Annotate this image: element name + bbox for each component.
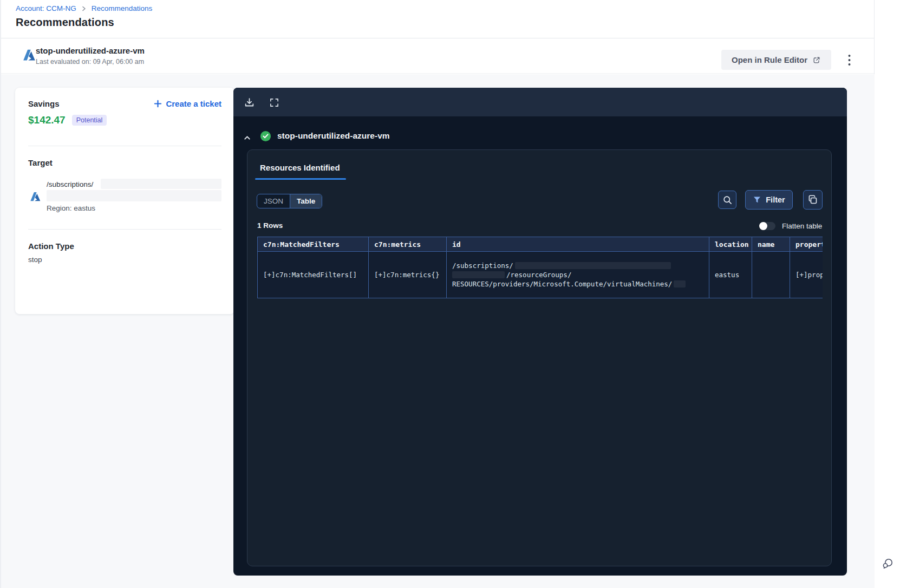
- flatten-table-label: Flatten table: [782, 222, 822, 230]
- potential-badge: Potential: [72, 115, 107, 126]
- target-path: /subscriptions/: [47, 180, 96, 188]
- success-check-icon: [260, 130, 271, 144]
- page-title: Recommendations: [16, 16, 114, 29]
- chat-bubbles-icon[interactable]: [880, 557, 895, 572]
- filter-button[interactable]: Filter: [745, 190, 793, 210]
- create-ticket-label: Create a ticket: [166, 99, 221, 108]
- search-icon[interactable]: [718, 191, 736, 209]
- open-in-rule-editor-label: Open in Rule Editor: [732, 55, 807, 64]
- rule-result-title: stop-underutilized-azure-vm: [277, 131, 390, 141]
- download-icon[interactable]: [243, 96, 256, 109]
- action-type-label: Action Type: [15, 230, 234, 251]
- id-line-3: RESOURCES/providers/Microsoft.Compute/vi…: [452, 279, 672, 289]
- col-header-name: name: [752, 237, 790, 252]
- chevron-up-icon[interactable]: [241, 132, 253, 143]
- active-tab-underline: [255, 178, 346, 180]
- plus-icon: [154, 100, 162, 108]
- rule-last-evaluated: Last evaluated on: 09 Apr, 06:00 am: [36, 58, 144, 66]
- col-header-location: location: [709, 237, 752, 252]
- panel-toolbar: [233, 88, 847, 116]
- toggle-knob: [759, 222, 767, 230]
- col-header-id: id: [447, 237, 709, 252]
- view-json-segment[interactable]: JSON: [257, 194, 290, 208]
- redacted-text: [452, 271, 505, 278]
- target-block: /subscriptions/ Region: eastus: [28, 179, 221, 213]
- target-region: Region: eastus: [47, 204, 95, 212]
- table-row: [+]c7n:MatchedFilters[] [+]c7n:metrics{}…: [258, 252, 823, 298]
- savings-amount: $142.47: [28, 114, 66, 126]
- rule-header-bar: stop-underutilized-azure-vm Last evaluat…: [1, 38, 874, 74]
- col-header-metrics: c7n:metrics: [369, 237, 447, 252]
- breadcrumb-account-link[interactable]: Account: CCM-NG: [16, 4, 76, 12]
- content-area: Savings Create a ticket $142.47 Potentia…: [1, 74, 875, 588]
- col-header-matched-filters: c7n:MatchedFilters: [258, 237, 369, 252]
- azure-logo-icon: [21, 47, 37, 66]
- create-ticket-button[interactable]: Create a ticket: [154, 99, 221, 108]
- kebab-menu-icon[interactable]: [844, 52, 854, 68]
- resources-identified-card: Resources Identified JSON Table Filter: [247, 149, 832, 566]
- view-mode-toggle: JSON Table: [257, 194, 322, 208]
- external-link-icon: [812, 56, 821, 64]
- main-content-column: Account: CCM-NG Recommendations Recommen…: [0, 0, 875, 588]
- azure-target-icon: [28, 190, 42, 206]
- cell-properties-expander[interactable]: [+]properties{}: [790, 252, 823, 298]
- fullscreen-icon[interactable]: [268, 96, 281, 109]
- redacted-text: [101, 179, 221, 189]
- action-type-value: stop: [15, 251, 234, 264]
- recommendations-page: Account: CCM-NG Recommendations Recommen…: [0, 0, 900, 588]
- right-rail: [875, 0, 900, 588]
- cell-metrics-expander[interactable]: [+]c7n:metrics{}: [369, 252, 447, 298]
- redacted-text: [674, 280, 686, 288]
- cell-resource-id: /subscriptions/ /resourceGroups/ RESOURC…: [447, 252, 709, 298]
- redacted-text: [47, 190, 221, 201]
- resources-table-container[interactable]: c7n:MatchedFilters c7n:metrics id locati…: [257, 237, 823, 298]
- rule-name: stop-underutilized-azure-vm: [36, 46, 145, 55]
- table-header-row: c7n:MatchedFilters c7n:metrics id locati…: [258, 237, 823, 252]
- rows-count: 1 Rows: [257, 221, 283, 230]
- copy-icon[interactable]: [803, 190, 823, 210]
- flatten-table-toggle[interactable]: [759, 222, 775, 230]
- resources-panel: stop-underutilized-azure-vm Resources Id…: [233, 88, 847, 576]
- rule-result-section-header: stop-underutilized-azure-vm: [233, 129, 847, 146]
- cell-location: eastus: [709, 252, 752, 298]
- id-line-1: /subscriptions/: [452, 261, 513, 270]
- savings-card: Savings Create a ticket $142.47 Potentia…: [15, 88, 234, 314]
- resources-table: c7n:MatchedFilters c7n:metrics id locati…: [257, 237, 823, 298]
- breadcrumb-chevron-icon: [81, 6, 87, 11]
- view-table-segment[interactable]: Table: [290, 194, 322, 208]
- col-header-properties: properties: [790, 237, 823, 252]
- target-label: Target: [15, 146, 234, 167]
- tab-resources-identified[interactable]: Resources Identified: [260, 163, 340, 172]
- breadcrumb: Account: CCM-NG Recommendations: [16, 4, 152, 12]
- cell-name: [752, 252, 790, 298]
- filter-icon: [753, 195, 761, 204]
- redacted-text: [515, 262, 671, 269]
- id-line-2: /resourceGroups/: [506, 270, 571, 279]
- open-in-rule-editor-button[interactable]: Open in Rule Editor: [721, 50, 831, 70]
- flatten-table-control: Flatten table: [759, 222, 822, 230]
- savings-label: Savings: [28, 99, 60, 108]
- cell-matched-filters-expander[interactable]: [+]c7n:MatchedFilters[]: [258, 252, 369, 298]
- breadcrumb-recommendations-link[interactable]: Recommendations: [92, 4, 153, 12]
- filter-label: Filter: [766, 195, 785, 204]
